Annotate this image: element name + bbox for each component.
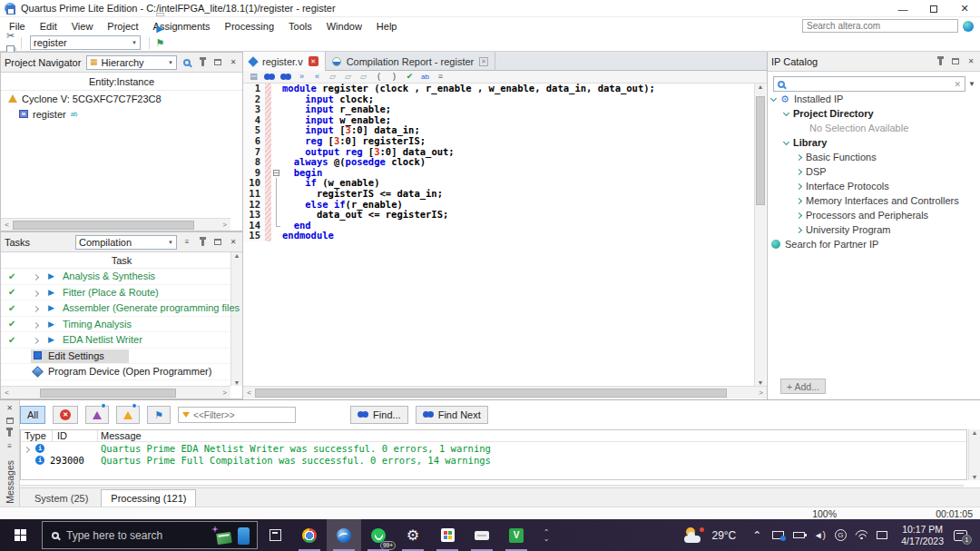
- ip-tree-item[interactable]: Processors and Peripherals: [768, 208, 980, 222]
- clear-search-icon[interactable]: ✕: [954, 80, 961, 89]
- float-panel-icon[interactable]: [950, 56, 961, 67]
- indent-icon[interactable]: »: [297, 72, 307, 83]
- battery-icon[interactable]: [791, 526, 806, 545]
- menu-project[interactable]: Project: [100, 19, 145, 34]
- chevron-right-icon[interactable]: [796, 212, 802, 218]
- task-view-button[interactable]: [258, 519, 292, 551]
- expand-chevron-icon[interactable]: [34, 319, 38, 330]
- altera-search-input[interactable]: [802, 19, 958, 33]
- flow-selector[interactable]: Compilation ▼: [75, 235, 177, 250]
- outdent-icon[interactable]: «: [312, 72, 322, 83]
- syntax-check-icon[interactable]: ✔: [405, 72, 415, 83]
- action-center-icon[interactable]: 1: [954, 530, 967, 541]
- editor-vscrollbar[interactable]: ▲ ▼: [754, 84, 766, 386]
- start-analysis-icon[interactable]: ⚑: [152, 35, 168, 50]
- pin-icon[interactable]: [5, 428, 15, 438]
- ip-search-options-icon[interactable]: ▼: [966, 78, 977, 89]
- scroll-right-arrow[interactable]: >: [755, 387, 767, 398]
- line-wrap-icon[interactable]: ≡: [436, 72, 446, 83]
- float-panel-icon[interactable]: [5, 415, 15, 426]
- hierarchy-selector[interactable]: ▦ Hierarchy ▼: [86, 55, 177, 70]
- close-tab-icon[interactable]: ✕: [309, 56, 318, 66]
- wallet-app-icon[interactable]: [465, 519, 499, 551]
- stop-processing-icon[interactable]: ▭: [152, 6, 168, 21]
- float-panel-icon[interactable]: [212, 237, 223, 248]
- messages-vscrollbar[interactable]: ▲ ▼: [968, 429, 980, 480]
- ip-tree-item[interactable]: Memory Interfaces and Controllers: [768, 193, 980, 208]
- next-bookmark-icon[interactable]: ▱: [343, 72, 353, 83]
- tasks-hscrollbar[interactable]: < >: [1, 386, 230, 398]
- scroll-down-arrow[interactable]: ▼: [969, 474, 980, 480]
- scroll-left-arrow[interactable]: <: [243, 387, 255, 398]
- code-line[interactable]: 15endmodule: [243, 231, 754, 241]
- tab-register-v[interactable]: register.v✕: [243, 52, 326, 71]
- chrome-icon[interactable]: [292, 519, 327, 551]
- menu-processing[interactable]: Processing: [218, 19, 281, 34]
- scroll-down-arrow[interactable]: ▼: [231, 379, 242, 386]
- find-next-button[interactable]: Find Next: [416, 406, 488, 424]
- pin-icon[interactable]: [197, 57, 208, 68]
- taskbar-clock[interactable]: 10:17 PM 4/17/2023: [901, 524, 944, 547]
- bookmark-icon[interactable]: ▱: [328, 72, 338, 83]
- g-app-tray-icon[interactable]: G: [833, 526, 848, 545]
- chevron-down-icon[interactable]: [783, 138, 789, 144]
- add-ip-button[interactable]: + Add...: [780, 379, 826, 394]
- settings-gear-icon[interactable]: ⚙: [396, 519, 430, 551]
- minimize-button[interactable]: —: [887, 0, 918, 17]
- navigator-item[interactable]: Cyclone V: 5CGXFC7C7F23C8: [1, 91, 242, 106]
- editor-hscrollbar[interactable]: < >: [243, 386, 767, 398]
- prev-bookmark-icon[interactable]: ▱: [358, 72, 368, 83]
- whatsapp-icon[interactable]: 99+: [361, 519, 396, 551]
- menu-icon[interactable]: ≡: [181, 237, 192, 248]
- task-row[interactable]: ✔▶Analysis & Synthesis: [1, 269, 242, 285]
- find-icon[interactable]: [264, 72, 275, 83]
- ip-tree-item[interactable]: Library: [768, 135, 980, 150]
- pin-icon[interactable]: [197, 237, 208, 248]
- chevron-down-icon[interactable]: [783, 109, 789, 115]
- editor-settings-icon[interactable]: ▤: [249, 72, 259, 83]
- float-panel-icon[interactable]: [212, 57, 223, 68]
- scroll-left-arrow[interactable]: <: [1, 387, 13, 398]
- chevron-right-icon[interactable]: [796, 153, 802, 160]
- close-icon[interactable]: ✕: [5, 402, 15, 413]
- task-row[interactable]: ✔▶Timing Analysis: [1, 317, 242, 333]
- replace-icon[interactable]: [280, 72, 291, 83]
- menu-window[interactable]: Window: [319, 19, 369, 34]
- chevron-right-icon[interactable]: [796, 226, 802, 232]
- taskbar-search-box[interactable]: Type here to search: [42, 521, 258, 549]
- show-hidden-icons-chevron[interactable]: ⌃: [750, 526, 764, 545]
- menu-view[interactable]: View: [64, 19, 101, 34]
- code-line[interactable]: 13 data_out <= registerIS;: [243, 210, 754, 221]
- chevron-down-icon[interactable]: [770, 94, 777, 101]
- cut-icon[interactable]: ✂: [3, 28, 18, 43]
- tab-compilation-report-register[interactable]: Compilation Report - register✕: [326, 52, 496, 71]
- weather-widget[interactable]: 29°C: [684, 527, 736, 543]
- close-tab-icon[interactable]: ✕: [479, 57, 488, 66]
- close-icon[interactable]: ✕: [228, 237, 239, 248]
- ip-search-input[interactable]: [789, 79, 950, 89]
- code-editor[interactable]: 1module register (clock , r_enable , w_e…: [243, 84, 754, 386]
- scroll-right-arrow[interactable]: >: [219, 219, 230, 231]
- warnings-filter-button[interactable]: [116, 406, 140, 424]
- quartus-icon[interactable]: [327, 519, 361, 551]
- uncomment-icon[interactable]: ): [389, 72, 399, 83]
- message-filter-box[interactable]: [178, 407, 296, 423]
- task-row[interactable]: ✔▶EDA Netlist Writer: [1, 332, 242, 349]
- message-row[interactable]: i293000Quartus Prime Full Compilation wa…: [21, 454, 966, 466]
- comment-icon[interactable]: (: [374, 72, 384, 83]
- chevron-right-icon[interactable]: [796, 197, 802, 203]
- ip-tree-item[interactable]: DSP: [768, 164, 980, 179]
- expand-chevron-icon[interactable]: [34, 334, 38, 345]
- find-button[interactable]: Find...: [350, 406, 408, 424]
- project-selector[interactable]: register ▼: [30, 35, 141, 50]
- expand-chevron-icon[interactable]: [34, 271, 38, 281]
- volume-icon[interactable]: ◄): [812, 526, 827, 545]
- scroll-thumb[interactable]: [13, 221, 194, 230]
- ip-search-box[interactable]: ✕: [773, 76, 965, 92]
- ip-tree-item[interactable]: Search for Partner IP: [768, 237, 980, 251]
- taskbar-scroll-arrows[interactable]: ⌃⌄: [537, 529, 555, 542]
- expand-chevron-icon[interactable]: [34, 287, 38, 298]
- chevron-right-icon[interactable]: [796, 182, 802, 189]
- scroll-left-arrow[interactable]: <: [1, 219, 13, 231]
- menu-icon[interactable]: ≡: [5, 440, 15, 451]
